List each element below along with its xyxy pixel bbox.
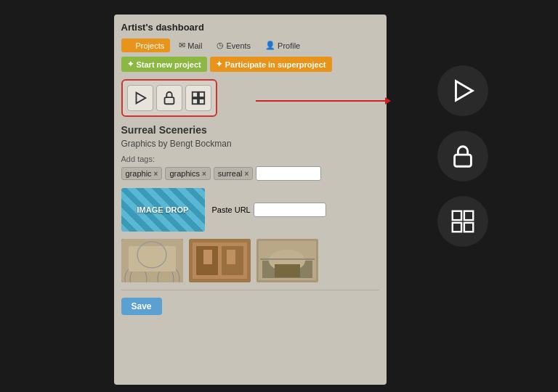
tag-input[interactable] bbox=[256, 166, 321, 181]
big-grid-icon-container bbox=[437, 196, 488, 247]
big-icons-panel bbox=[437, 65, 488, 247]
big-play-icon-container bbox=[437, 65, 488, 116]
svg-rect-4 bbox=[192, 99, 197, 104]
nav-item-mail[interactable]: ✉ Mail bbox=[173, 38, 208, 52]
panel-title: Artist's dashboard bbox=[121, 22, 379, 33]
paste-url-section: Paste URL bbox=[212, 203, 326, 217]
thumbnail-1[interactable] bbox=[121, 239, 183, 282]
superproject-label: Participate in superproject bbox=[225, 60, 326, 69]
tag-graphics-text: graphics bbox=[169, 169, 200, 178]
arrow-line bbox=[256, 100, 387, 102]
lock-icon bbox=[161, 90, 177, 106]
svg-marker-24 bbox=[456, 81, 472, 101]
svg-rect-2 bbox=[192, 92, 197, 97]
svg-rect-1 bbox=[164, 97, 174, 104]
play-icon bbox=[132, 90, 148, 106]
svg-rect-29 bbox=[464, 223, 472, 232]
tag-surreal: surreal × bbox=[214, 167, 253, 180]
svg-rect-3 bbox=[198, 92, 203, 97]
project-title: Surreal Sceneries bbox=[121, 124, 379, 136]
big-play-icon bbox=[449, 77, 477, 105]
paste-url-input[interactable] bbox=[254, 203, 326, 217]
nav-label-mail: Mail bbox=[187, 41, 202, 50]
svg-rect-17 bbox=[227, 250, 235, 264]
tag-graphic-text: graphic bbox=[126, 169, 152, 178]
grid-icon bbox=[190, 90, 206, 106]
tag-graphic: graphic × bbox=[121, 167, 163, 180]
profile-icon: 👤 bbox=[265, 41, 275, 50]
nav-item-profile[interactable]: 👤 Profile bbox=[259, 38, 306, 52]
new-project-label: Start new project bbox=[137, 60, 201, 69]
tag-surreal-remove[interactable]: × bbox=[244, 170, 248, 178]
thumbnails-row bbox=[121, 239, 379, 282]
nav-label-events: Events bbox=[226, 41, 251, 50]
lock-tool-button[interactable] bbox=[156, 85, 182, 111]
nav-label-profile: Profile bbox=[278, 41, 300, 50]
nav-bar: ★ Projects ✉ Mail ◷ Events 👤 Profile bbox=[121, 38, 379, 52]
action-bar: ✦ Start new project ✦ Participate in sup… bbox=[121, 57, 379, 72]
thumbnail-2[interactable] bbox=[189, 239, 251, 282]
superproject-star-icon: ✦ bbox=[216, 60, 222, 69]
svg-rect-27 bbox=[464, 211, 472, 220]
participate-superproject-button[interactable]: ✦ Participate in superproject bbox=[210, 57, 332, 72]
project-author: Graphics by Bengt Bockman bbox=[121, 139, 379, 149]
big-lock-icon bbox=[449, 142, 477, 170]
tag-graphics: graphics × bbox=[165, 167, 210, 180]
star-icon: ★ bbox=[127, 41, 134, 49]
dashboard-panel: Artist's dashboard ★ Projects ✉ Mail ◷ E… bbox=[114, 15, 387, 385]
events-icon: ◷ bbox=[217, 41, 224, 50]
svg-rect-28 bbox=[452, 223, 461, 232]
svg-rect-22 bbox=[275, 264, 300, 277]
tag-graphic-remove[interactable]: × bbox=[154, 170, 158, 178]
save-bar: Save bbox=[121, 290, 379, 315]
tags-label: Add tags: bbox=[121, 155, 379, 163]
thumb-1-art bbox=[121, 239, 183, 282]
tag-surreal-text: surreal bbox=[218, 169, 243, 178]
tags-row: graphic × graphics × surreal × bbox=[121, 166, 379, 181]
big-grid-icon bbox=[449, 208, 477, 235]
big-lock-icon-container bbox=[437, 131, 488, 181]
save-button[interactable]: Save bbox=[121, 298, 162, 315]
svg-rect-16 bbox=[203, 250, 212, 264]
mail-icon: ✉ bbox=[179, 41, 185, 50]
grid-tool-button[interactable] bbox=[185, 85, 211, 111]
svg-rect-25 bbox=[454, 155, 471, 166]
thumb-3-art bbox=[256, 239, 318, 282]
svg-rect-5 bbox=[198, 99, 203, 104]
nav-item-projects[interactable]: ★ Projects bbox=[121, 38, 171, 52]
start-new-project-button[interactable]: ✦ Start new project bbox=[121, 57, 207, 72]
tag-graphics-remove[interactable]: × bbox=[202, 170, 206, 178]
play-tool-button[interactable] bbox=[127, 85, 153, 111]
tags-section: Add tags: graphic × graphics × surreal × bbox=[121, 155, 379, 181]
icon-toolbar bbox=[121, 79, 217, 117]
nav-label-projects: Projects bbox=[136, 41, 165, 50]
image-drop-section: IMAGE DROP Paste URL bbox=[121, 188, 379, 232]
paste-url-label: Paste URL bbox=[212, 205, 251, 214]
new-project-star-icon: ✦ bbox=[127, 60, 134, 69]
image-drop-box[interactable]: IMAGE DROP bbox=[121, 188, 205, 232]
nav-item-events[interactable]: ◷ Events bbox=[211, 38, 256, 52]
image-drop-label: IMAGE DROP bbox=[137, 205, 189, 214]
svg-marker-0 bbox=[136, 93, 145, 104]
thumb-2-art bbox=[189, 239, 251, 282]
svg-rect-26 bbox=[452, 211, 461, 220]
thumbnail-3[interactable] bbox=[256, 239, 318, 282]
